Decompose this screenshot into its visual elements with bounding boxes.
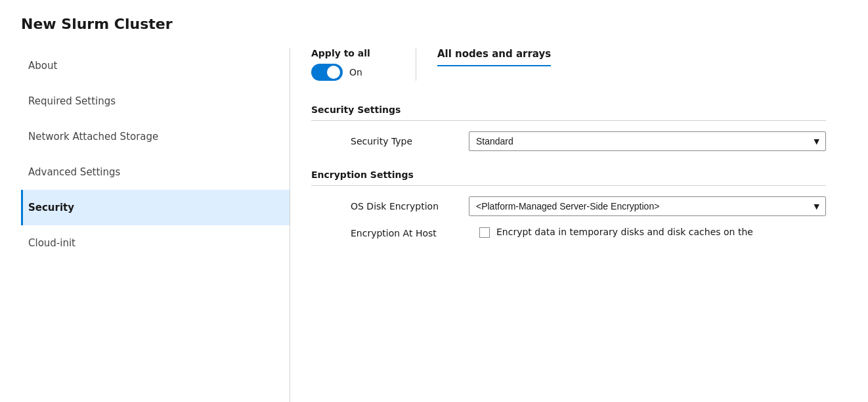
apply-section: Apply to all On xyxy=(311,48,416,81)
security-type-row: Security Type Standard ConfidentialVM Tr… xyxy=(311,131,826,151)
sidebar-item-advanced-settings[interactable]: Advanced Settings xyxy=(21,154,290,190)
top-row: Apply to all On All nodes and arrays xyxy=(311,48,826,81)
sidebar-item-required-settings[interactable]: Required Settings xyxy=(21,83,290,119)
encryption-at-host-desc: Encrypt data in temporary disks and disk… xyxy=(496,227,753,237)
security-type-control: Standard ConfidentialVM TrustedLaunch ▼ xyxy=(469,131,826,151)
encryption-at-host-checkbox[interactable] xyxy=(479,227,490,238)
apply-to-all-toggle[interactable] xyxy=(311,64,343,81)
sidebar-item-network-attached-storage[interactable]: Network Attached Storage xyxy=(21,119,290,154)
sidebar: About Required Settings Network Attached… xyxy=(21,48,290,402)
content-area: Apply to all On All nodes and arrays Sec… xyxy=(290,48,847,402)
security-type-label: Security Type xyxy=(351,136,469,146)
page-container: New Slurm Cluster About Required Setting… xyxy=(0,0,868,402)
toggle-state-label: On xyxy=(349,67,362,78)
tabs-section: All nodes and arrays xyxy=(416,48,551,66)
encryption-settings-heading: Encryption Settings xyxy=(311,162,826,186)
tab-all-nodes-arrays[interactable]: All nodes and arrays xyxy=(437,48,551,66)
sidebar-item-about[interactable]: About xyxy=(21,48,290,83)
os-disk-encryption-control: <Platform-Managed Server-Side Encryption… xyxy=(469,196,826,216)
security-type-select[interactable]: Standard ConfidentialVM TrustedLaunch xyxy=(469,131,826,151)
sidebar-item-security[interactable]: Security xyxy=(21,190,290,225)
toggle-knob xyxy=(327,66,340,79)
os-disk-select-wrapper: <Platform-Managed Server-Side Encryption… xyxy=(469,196,826,216)
encryption-at-host-content: Encrypt data in temporary disks and disk… xyxy=(479,227,753,238)
os-disk-encryption-row: OS Disk Encryption <Platform-Managed Ser… xyxy=(311,196,826,216)
toggle-row: On xyxy=(311,64,395,81)
os-disk-select[interactable]: <Platform-Managed Server-Side Encryption… xyxy=(469,196,826,216)
sidebar-item-cloud-init[interactable]: Cloud-init xyxy=(21,225,290,261)
page-title: New Slurm Cluster xyxy=(21,16,847,32)
security-settings-heading: Security Settings xyxy=(311,97,826,121)
encryption-at-host-label: Encryption At Host xyxy=(351,227,469,238)
apply-to-all-label: Apply to all xyxy=(311,48,395,58)
os-disk-encryption-label: OS Disk Encryption xyxy=(351,201,469,212)
main-layout: About Required Settings Network Attached… xyxy=(21,48,847,402)
security-type-select-wrapper: Standard ConfidentialVM TrustedLaunch ▼ xyxy=(469,131,826,151)
encryption-at-host-row: Encryption At Host Encrypt data in tempo… xyxy=(311,227,826,238)
